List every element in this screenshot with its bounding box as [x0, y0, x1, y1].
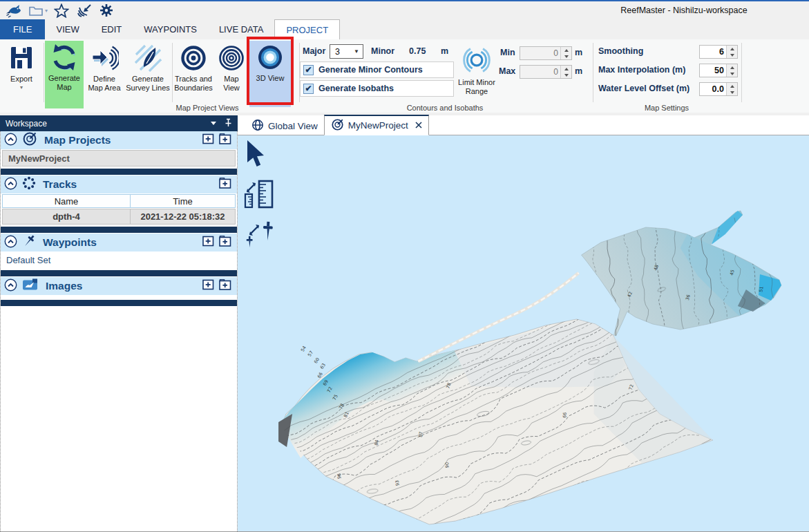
ribbon-group-separator — [741, 43, 742, 102]
max-spinner[interactable]: 0 — [520, 65, 572, 79]
sonar-import-icon[interactable] — [75, 3, 93, 18]
max-interpolation-spinner[interactable]: 50 — [699, 64, 738, 77]
minor-unit: m — [441, 46, 448, 56]
scale-ruler-tool-icon[interactable] — [244, 180, 276, 211]
svg-text:96: 96 — [336, 473, 343, 479]
section-divider — [1, 269, 237, 277]
group-label-map-settings: Map Settings — [594, 104, 739, 112]
spinner-buttons[interactable] — [726, 64, 737, 77]
major-contour-value: 3 — [335, 47, 340, 57]
tracks-and-boundaries-button[interactable]: Tracks and Boundaries — [173, 41, 213, 93]
export-button[interactable]: Export ▾ — [1, 41, 41, 91]
add-waypoint-set-button[interactable] — [202, 236, 214, 249]
tab-mynewproject[interactable]: MyNewProject — [324, 115, 429, 135]
tab-global-view-label: Global View — [268, 121, 318, 131]
export-dropdown-caret-icon[interactable]: ▾ — [20, 84, 23, 91]
generate-survey-lines-icon — [134, 41, 162, 74]
images-title: Images — [46, 280, 82, 292]
major-contour-select[interactable]: 3 ▼ — [330, 44, 363, 59]
menu-view[interactable]: VIEW — [45, 19, 90, 39]
images-icon — [22, 278, 39, 294]
sidebar-empty-area — [1, 307, 237, 531]
open-workspace-icon[interactable]: ▾ — [28, 3, 48, 17]
checkbox-checked-icon: ✔ — [303, 84, 314, 94]
svg-text:93: 93 — [394, 480, 401, 486]
smoothing-spinner[interactable]: 6 — [699, 45, 738, 59]
generate-minor-contours-checkbox[interactable]: ✔ Generate Minor Contours — [300, 61, 454, 78]
spinner-buttons[interactable] — [560, 66, 571, 78]
min-unit: m — [575, 48, 582, 57]
three-d-view-button[interactable]: 3D View — [249, 41, 291, 107]
max-label: Max — [499, 66, 515, 76]
import-waypoints-button[interactable] — [219, 236, 231, 249]
max-interpolation-label: Max Interpolation (m) — [598, 65, 685, 75]
add-image-button[interactable] — [202, 279, 214, 293]
import-track-button[interactable] — [219, 178, 231, 191]
section-divider — [1, 298, 237, 307]
define-map-area-button[interactable]: Define Map Area — [85, 41, 124, 93]
generate-isobaths-checkbox[interactable]: ✔ Generate Isobaths — [300, 80, 454, 97]
spinner-buttons[interactable] — [726, 83, 737, 95]
column-header-time[interactable]: Time — [131, 194, 236, 208]
define-map-area-label: Define Map Area — [85, 75, 124, 93]
favorites-star-icon[interactable] — [54, 3, 69, 18]
water-level-offset-spinner[interactable]: 0.0 — [699, 82, 738, 96]
import-image-button[interactable] — [219, 279, 231, 293]
smoothing-label: Smoothing — [598, 46, 643, 56]
three-d-view-canvas[interactable]: 5457606366697275788184879093967872663642… — [238, 135, 809, 531]
min-spinner[interactable]: 0 — [520, 46, 572, 60]
collapse-button[interactable] — [4, 278, 17, 294]
max-unit: m — [575, 66, 582, 76]
workspace-header[interactable]: Workspace — [0, 115, 238, 131]
generate-survey-lines-label: Generate Survey Lines — [125, 75, 171, 93]
column-header-name[interactable]: Name — [2, 194, 131, 208]
svg-text:90: 90 — [444, 462, 450, 468]
collapse-button[interactable] — [4, 177, 17, 193]
select-cursor-tool-icon[interactable] — [244, 140, 276, 171]
limit-minor-range-button[interactable]: Limit Minor Range — [455, 44, 498, 97]
menu-bar: FILE VIEW EDIT WAYPOINTS LIVE DATA PROJE… — [0, 19, 809, 39]
scale-waypoint-tool-icon[interactable] — [244, 220, 276, 254]
close-tab-icon[interactable] — [415, 120, 422, 131]
svg-text:87: 87 — [418, 431, 424, 437]
menu-waypoints[interactable]: WAYPOINTS — [133, 19, 208, 39]
map-projects-target-icon — [22, 131, 37, 149]
generate-map-button[interactable]: Generate Map — [45, 41, 84, 108]
pin-panel-icon[interactable] — [225, 118, 232, 129]
section-header-waypoints[interactable]: Waypoints — [1, 234, 237, 251]
section-divider — [1, 225, 237, 234]
workspace-sidebar: Workspace Map Projects — [0, 113, 238, 531]
tab-global-view[interactable]: Global View — [245, 117, 324, 135]
map-project-item[interactable]: MyNewProject — [2, 150, 236, 167]
export-floppy-icon — [8, 41, 35, 74]
workspace-menu-caret-icon[interactable] — [211, 122, 216, 125]
collapse-button[interactable] — [4, 133, 17, 149]
three-d-view-icon — [256, 41, 285, 73]
section-header-images[interactable]: Images — [1, 277, 237, 295]
generate-survey-lines-button[interactable]: Generate Survey Lines — [125, 41, 171, 93]
waypoints-title: Waypoints — [43, 236, 97, 249]
track-row[interactable]: dpth-4 2021-12-22 05:18:32 — [2, 209, 236, 225]
menu-project[interactable]: PROJECT — [274, 19, 340, 39]
tracks-table-header[interactable]: Name Time — [2, 194, 236, 208]
collapse-button[interactable] — [4, 235, 17, 251]
add-map-project-button[interactable] — [202, 133, 214, 147]
section-header-map-projects[interactable]: Map Projects — [1, 131, 237, 149]
select-caret-icon: ▼ — [354, 48, 359, 55]
section-header-tracks[interactable]: Tracks — [1, 175, 237, 193]
limit-minor-range-label: Limit Minor Range — [455, 78, 498, 96]
spinner-buttons[interactable] — [560, 47, 571, 59]
map-view-button[interactable]: Map View — [215, 41, 248, 93]
map-view-icon — [218, 41, 245, 74]
import-map-project-button[interactable] — [219, 133, 231, 147]
tracks-dots-icon — [22, 176, 36, 193]
spinner-buttons[interactable] — [726, 46, 737, 58]
tracks-table: Name Time dpth-4 2021-12-22 05:18:32 — [2, 194, 236, 225]
menu-edit[interactable]: EDIT — [91, 19, 133, 39]
max-value: 0 — [520, 66, 560, 78]
settings-gear-icon[interactable] — [99, 3, 114, 18]
svg-text:84: 84 — [374, 439, 380, 446]
waypoint-set-item[interactable]: Default Set — [1, 251, 237, 269]
menu-live-data[interactable]: LIVE DATA — [208, 19, 275, 39]
menu-file[interactable]: FILE — [0, 19, 45, 39]
